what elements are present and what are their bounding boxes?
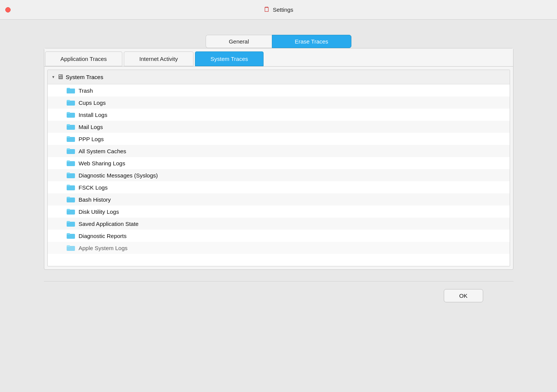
svg-rect-24 <box>67 221 70 222</box>
list-item[interactable]: Mail Logs <box>48 121 510 133</box>
close-button[interactable] <box>5 7 11 12</box>
list-item[interactable]: Diagnostic Reports <box>48 230 510 242</box>
tree-area[interactable]: ▾ 🖥 System Traces Trash <box>47 70 510 266</box>
folder-icon <box>67 184 75 191</box>
folder-icon <box>67 123 75 130</box>
svg-rect-2 <box>67 89 75 93</box>
list-item[interactable]: Saved Application State <box>48 218 510 230</box>
svg-rect-4 <box>67 100 70 101</box>
tree-root-header: ▾ 🖥 System Traces <box>48 70 510 84</box>
title-text: Settings <box>273 6 293 13</box>
list-item[interactable]: FSCK Logs <box>48 181 510 193</box>
list-item[interactable]: Web Sharing Logs <box>48 157 510 169</box>
title-icon: 🗒 <box>264 6 270 14</box>
ok-button[interactable]: OK <box>444 289 483 302</box>
svg-rect-12 <box>67 148 70 150</box>
top-tab-bar: General Erase Traces <box>206 35 351 48</box>
list-item[interactable]: Disk Utility Logs <box>48 205 510 218</box>
main-content: General Erase Traces Application Traces … <box>0 20 557 310</box>
list-item[interactable]: Apple System Logs <box>48 242 510 254</box>
tab-application-traces[interactable]: Application Traces <box>45 51 123 66</box>
tab-internet-activity[interactable]: Internet Activity <box>124 51 193 66</box>
svg-rect-14 <box>67 160 70 162</box>
tab-system-traces[interactable]: System Traces <box>195 51 264 66</box>
chevron-down-icon: ▾ <box>52 75 55 79</box>
folder-icon <box>67 172 75 179</box>
tab-erase-traces[interactable]: Erase Traces <box>272 35 351 48</box>
folder-icon <box>67 160 75 166</box>
folder-icon <box>67 196 75 203</box>
list-item[interactable]: Bash History <box>48 193 510 205</box>
folder-icon <box>67 87 75 94</box>
svg-rect-20 <box>67 197 70 198</box>
folder-icon <box>67 232 75 239</box>
tree-root-label: System Traces <box>66 74 103 80</box>
sub-tab-bar: Application Traces Internet Activity Sys… <box>44 48 513 67</box>
svg-rect-10 <box>67 136 70 138</box>
folder-icon <box>67 220 75 227</box>
folder-icon <box>67 111 75 118</box>
title-bar: 🗒 Settings <box>0 0 557 20</box>
tab-general[interactable]: General <box>206 35 271 48</box>
list-item[interactable]: Install Logs <box>48 109 510 121</box>
folder-icon <box>67 148 75 154</box>
svg-rect-16 <box>67 173 70 174</box>
list-item[interactable]: All System Caches <box>48 145 510 157</box>
svg-rect-18 <box>67 185 70 186</box>
tree-root: ▾ 🖥 System Traces Trash <box>48 70 510 254</box>
bottom-bar: OK <box>44 281 513 310</box>
list-item[interactable]: PPP Logs <box>48 133 510 145</box>
computer-icon: 🖥 <box>57 73 64 81</box>
svg-rect-6 <box>67 112 70 114</box>
folder-icon <box>67 208 75 215</box>
folder-icon <box>67 135 75 142</box>
panel-container: Application Traces Internet Activity Sys… <box>44 48 513 270</box>
list-item[interactable]: Trash <box>48 84 510 96</box>
svg-rect-28 <box>67 245 70 247</box>
window-title: 🗒 Settings <box>264 6 293 14</box>
svg-rect-22 <box>67 209 70 210</box>
folder-icon <box>67 99 75 106</box>
svg-rect-26 <box>67 233 70 235</box>
svg-rect-8 <box>67 124 70 126</box>
folder-icon <box>67 244 75 251</box>
list-item[interactable]: Cups Logs <box>48 96 510 109</box>
list-item[interactable]: Diagnostic Messages (Syslogs) <box>48 169 510 181</box>
